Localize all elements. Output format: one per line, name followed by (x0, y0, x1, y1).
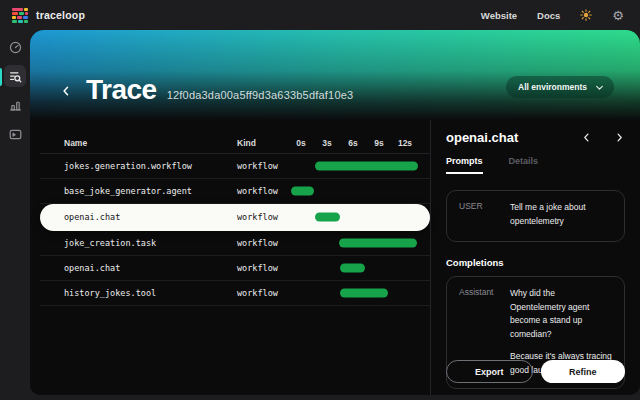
settings-gear-icon[interactable]: ⚙ (612, 9, 624, 22)
trace-id: 12f0da3da00a5ff9d3a633b5dfaf10e3 (167, 89, 354, 101)
span-name: joke_creation.task (64, 238, 237, 248)
span-table: Name Kind 0s 3s 6s 9s 12s jokes.generati… (30, 120, 430, 395)
refine-button[interactable]: Refine (541, 360, 626, 383)
span-timeline-track (288, 204, 418, 230)
span-timeline-track (288, 179, 418, 203)
table-row[interactable]: history_jokes.toolworkflow (40, 281, 430, 306)
span-name: openai.chat (64, 212, 237, 222)
main-panel: Trace 12f0da3da00a5ff9d3a633b5dfaf10e3 A… (30, 30, 640, 395)
span-timeline-track (288, 256, 418, 280)
time-tick: 0s (288, 138, 314, 148)
span-timeline-track (288, 281, 418, 305)
terminal-play-icon (9, 128, 22, 141)
table-row[interactable]: openai.chatworkflow (40, 256, 430, 281)
span-name: openai.chat (64, 263, 237, 273)
trace-hero-header: Trace 12f0da3da00a5ff9d3a633b5dfaf10e3 A… (30, 30, 640, 120)
time-tick: 9s (366, 138, 392, 148)
chevron-left-icon (60, 85, 72, 97)
detail-tabs: Prompts Details (446, 156, 625, 174)
sidebar-item-playground[interactable] (4, 123, 26, 145)
brand-name: traceloop (36, 9, 85, 21)
trace-search-icon (9, 70, 22, 83)
next-span-button[interactable] (614, 132, 625, 143)
bar-chart-icon (9, 99, 22, 112)
time-tick: 12s (392, 138, 418, 148)
span-kind: workflow (237, 288, 288, 298)
chevron-right-icon (614, 132, 625, 143)
column-header-kind: Kind (237, 138, 288, 148)
sidebar-item-traces[interactable] (4, 65, 26, 87)
time-tick: 3s (314, 138, 340, 148)
completions-section-label: Completions (446, 257, 625, 268)
span-title: openai.chat (446, 130, 518, 145)
table-row[interactable]: jokes.generation.workflowworkflow (40, 154, 430, 179)
span-kind: workflow (237, 238, 288, 248)
top-bar: traceloop Website Docs ⚙ (0, 0, 640, 30)
span-name: history_jokes.tool (64, 288, 237, 298)
span-kind: workflow (237, 186, 288, 196)
span-name: jokes.generation.workflow (64, 161, 237, 171)
website-link[interactable]: Website (481, 10, 517, 21)
export-button[interactable]: Export (446, 360, 533, 383)
chevron-left-icon (581, 132, 592, 143)
theme-toggle-sun-icon[interactable] (580, 9, 592, 21)
span-timeline-track (288, 154, 418, 178)
table-row[interactable]: openai.chatworkflow (40, 204, 430, 231)
duration-bar (315, 213, 340, 222)
timeline-axis: 0s 3s 6s 9s 12s (288, 132, 418, 153)
docs-link[interactable]: Docs (537, 10, 560, 21)
span-name: base_joke_generator.agent (64, 186, 237, 196)
table-row[interactable]: base_joke_generator.agentworkflow (40, 179, 430, 204)
prompt-role-label: USER (459, 201, 510, 231)
column-header-name: Name (64, 138, 237, 148)
prompt-message-box: USER Tell me a joke about opentelemetry (446, 190, 625, 242)
table-row[interactable]: joke_creation.taskworkflow (40, 231, 430, 256)
sidebar-item-analytics[interactable] (4, 94, 26, 116)
active-nav-indicator (0, 68, 2, 86)
page-title: Trace (86, 76, 157, 104)
span-kind: workflow (237, 212, 288, 222)
span-kind: workflow (237, 161, 288, 171)
tab-prompts[interactable]: Prompts (446, 156, 483, 174)
span-table-header: Name Kind 0s 3s 6s 9s 12s (40, 132, 430, 154)
duration-bar (339, 239, 417, 248)
duration-bar (340, 289, 388, 298)
duration-bar (340, 264, 365, 273)
chevron-down-icon (595, 83, 604, 92)
environment-selector[interactable]: All environments (506, 76, 614, 98)
left-sidebar (0, 30, 30, 400)
environment-selector-label: All environments (518, 82, 587, 92)
prompt-text: Tell me a joke about opentelemetry (510, 201, 612, 231)
gauge-icon (9, 41, 22, 54)
traceloop-logo-icon (12, 8, 28, 23)
time-tick: 6s (340, 138, 366, 148)
tab-details[interactable]: Details (509, 156, 539, 174)
duration-bar (291, 187, 314, 196)
completion-paragraph: Why did the Opentelemetry agent become a… (510, 287, 612, 341)
span-timeline-track (288, 231, 418, 255)
back-button[interactable] (60, 85, 72, 97)
trace-rows: jokes.generation.workflowworkflowbase_jo… (40, 154, 430, 306)
sidebar-item-dashboard[interactable] (4, 36, 26, 58)
duration-bar (315, 162, 418, 171)
previous-span-button[interactable] (581, 132, 592, 143)
span-detail-panel: openai.chat Prompts Details (430, 120, 640, 395)
span-kind: workflow (237, 263, 288, 273)
